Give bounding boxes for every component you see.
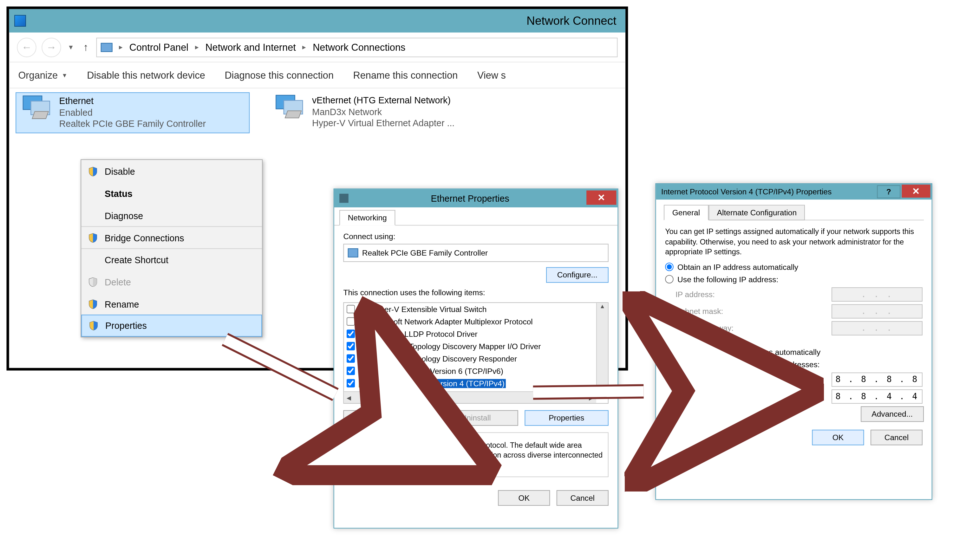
network-component-row[interactable]: Hyper-V Extensible Virtual Switch: [344, 303, 596, 315]
organize-menu[interactable]: Organize▼: [18, 70, 67, 80]
radio-dns-auto[interactable]: Obtain DNS server address automatically: [665, 348, 922, 357]
properties-button[interactable]: Properties: [525, 410, 609, 426]
field-gateway: Default gateway: . . .: [675, 321, 922, 335]
adapter-vethernet[interactable]: vEthernet (HTG External Network) ManD3x …: [269, 92, 529, 132]
mask-input: . . .: [832, 304, 922, 318]
field-dns-alternate: Alternate DNS server: 8 . 8 . 4 . 4: [675, 389, 922, 403]
up-button[interactable]: ↑: [80, 41, 91, 53]
radio-input[interactable]: [665, 348, 674, 357]
field-dns-preferred: Preferred DNS server: 8 . 8 . 8 . 8: [675, 372, 922, 387]
network-component-row[interactable]: Link-Layer Topology Discovery Mapper I/O…: [344, 340, 596, 352]
adapter-status: ManD3x Network: [312, 106, 454, 118]
ok-button[interactable]: OK: [498, 490, 550, 505]
context-menu: DisableStatusDiagnoseBridge ConnectionsC…: [80, 159, 263, 337]
guide-arrow-2-icon: [533, 378, 683, 411]
radio-input[interactable]: [665, 263, 674, 271]
context-menu-item[interactable]: Disable: [81, 160, 262, 182]
window-title: Internet Protocol Version 4 (TCP/IPv4) P…: [661, 187, 877, 196]
component-checkbox[interactable]: [347, 305, 355, 313]
component-checkbox[interactable]: [347, 317, 355, 326]
shield-icon: [88, 299, 98, 309]
connect-using-box: Realtek PCIe GBE Family Controller: [343, 244, 608, 262]
dns-preferred-input[interactable]: 8 . 8 . 8 . 8: [832, 372, 922, 387]
description-text: Transmission Control Protocol/Internet P…: [349, 441, 603, 470]
context-menu-item[interactable]: Create Shortcut: [81, 248, 262, 270]
field-ip: IP address: . . .: [675, 287, 922, 301]
titlebar: Ethernet Properties ✕: [334, 189, 618, 207]
nav-row: ← → ▼ ↑ ▸ Control Panel ▸ Network and In…: [9, 33, 625, 62]
dns-alternate-input[interactable]: 8 . 8 . 4 . 4: [832, 389, 922, 403]
context-menu-item[interactable]: Status: [81, 182, 262, 204]
shield-icon: [88, 232, 98, 243]
adapter-status: Enabled: [59, 107, 206, 118]
adapter-device: Realtek PCIe GBE Family Controller: [59, 118, 206, 130]
connect-using-label: Connect using:: [343, 232, 608, 241]
breadcrumb-segment[interactable]: Network Connections: [313, 42, 405, 53]
tab-alternate[interactable]: Alternate Configuration: [709, 205, 805, 220]
back-button[interactable]: ←: [17, 37, 36, 57]
context-menu-label: Status: [105, 188, 133, 198]
component-label: Microsoft LLDP Protocol Driver: [371, 329, 478, 338]
component-label: Link-Layer Topology Discovery Responder: [371, 354, 517, 363]
context-menu-item: Delete: [81, 270, 262, 293]
close-button[interactable]: ✕: [902, 185, 930, 198]
context-menu-label: Rename: [105, 299, 139, 309]
context-menu-label: Diagnose: [105, 210, 143, 221]
folder-icon: [101, 42, 113, 52]
forward-button[interactable]: →: [42, 37, 61, 57]
context-menu-item[interactable]: Bridge Connections: [81, 226, 262, 248]
guide-arrow-1-icon: [218, 326, 368, 417]
adapter-ethernet[interactable]: Ethernet Enabled Realtek PCIe GBE Family…: [15, 92, 250, 133]
breadcrumb-segment[interactable]: Network and Internet: [205, 42, 295, 53]
component-label: Link-Layer Topology Discovery Mapper I/O…: [371, 342, 541, 351]
window-title: Network Connect: [527, 14, 616, 28]
cancel-button[interactable]: Cancel: [871, 429, 922, 445]
validate-checkbox[interactable]: [665, 412, 674, 420]
adapter-name: Ethernet: [59, 95, 206, 107]
network-component-row[interactable]: Microsoft Network Adapter Multiplexor Pr…: [344, 315, 596, 328]
tab-general[interactable]: General: [664, 205, 709, 220]
radio-ip-auto[interactable]: Obtain an IP address automatically: [665, 262, 922, 272]
help-button[interactable]: ?: [877, 185, 901, 198]
radio-dns-manual[interactable]: Use the following DNS server addresses:: [665, 360, 922, 369]
field-mask: Subnet mask: . . .: [675, 304, 922, 318]
context-menu-item[interactable]: Diagnose: [81, 204, 262, 227]
cancel-button[interactable]: Cancel: [557, 490, 609, 505]
cmd-rename[interactable]: Rename this connection: [353, 70, 458, 80]
advanced-button[interactable]: Advanced...: [861, 406, 924, 422]
titlebar: Network Connect: [9, 9, 625, 33]
history-dropdown[interactable]: ▼: [66, 43, 75, 51]
radio-input[interactable]: [665, 275, 674, 283]
cmd-diagnose[interactable]: Diagnose this connection: [225, 70, 334, 80]
ip-input: . . .: [832, 287, 922, 301]
address-bar[interactable]: ▸ Control Panel ▸ Network and Internet ▸…: [96, 37, 617, 57]
network-component-row[interactable]: Link-Layer Topology Discovery Responder: [344, 352, 596, 365]
uninstall-button: Uninstall: [434, 410, 518, 426]
network-component-row[interactable]: Internet Protocol Version 6 (TCP/IPv6): [344, 365, 596, 377]
network-component-row[interactable]: Microsoft LLDP Protocol Driver: [344, 328, 596, 340]
breadcrumb-segment[interactable]: Control Panel: [129, 42, 188, 53]
component-label: Microsoft Network Adapter Multiplexor Pr…: [371, 317, 533, 326]
tab-networking[interactable]: Networking: [339, 210, 395, 225]
network-adapter-icon: [22, 95, 53, 120]
radio-ip-manual[interactable]: Use the following IP address:: [665, 275, 922, 284]
context-menu-item[interactable]: Rename: [81, 293, 262, 315]
ok-button[interactable]: OK: [812, 429, 864, 445]
connect-using-value: Realtek PCIe GBE Family Controller: [362, 248, 488, 257]
spacer-icon: [88, 210, 98, 221]
close-button[interactable]: ✕: [586, 191, 616, 205]
component-label: Internet Protocol Version 6 (TCP/IPv6): [371, 366, 503, 375]
cmd-view[interactable]: View s: [477, 70, 506, 80]
adapter-name: vEthernet (HTG External Network): [312, 95, 454, 106]
ethernet-properties-window: Ethernet Properties ✕ Networking Connect…: [334, 189, 619, 528]
gateway-input: . . .: [832, 321, 922, 335]
context-menu-label: Disable: [105, 166, 135, 177]
spacer-icon: [88, 188, 98, 198]
configure-button[interactable]: Configure...: [546, 267, 609, 283]
radio-input[interactable]: [665, 360, 674, 369]
component-icon: [359, 317, 367, 325]
context-menu-label: Bridge Connections: [105, 232, 184, 243]
description-group: Description Transmission Control Protoco…: [343, 432, 608, 477]
command-bar: Organize▼ Disable this network device Di…: [9, 62, 625, 88]
cmd-disable-device[interactable]: Disable this network device: [87, 70, 205, 80]
